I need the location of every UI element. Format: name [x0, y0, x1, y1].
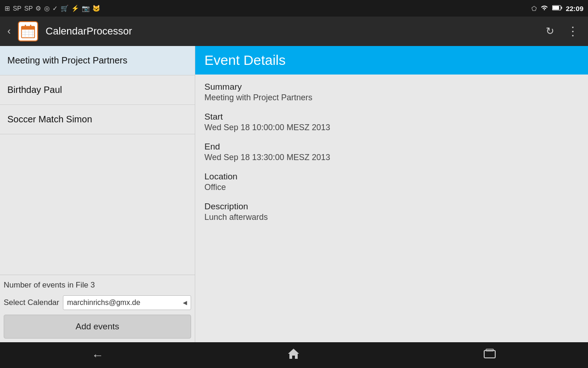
detail-value: Office [204, 183, 579, 192]
nav-recent-button[interactable] [465, 345, 514, 365]
detail-section: SummaryMeeting with Project Partners [204, 82, 579, 103]
svg-rect-1 [561, 6, 562, 9]
svg-rect-10 [25, 25, 26, 28]
detail-section: EndWed Sep 18 13:30:00 MESZ 2013 [204, 142, 579, 162]
detail-section: DescriptionLunch afterwards [204, 201, 579, 222]
event-list: Meeting with Project PartnersBirthday Pa… [0, 46, 195, 275]
wifi-icon [540, 5, 548, 12]
detail-label: Start [204, 112, 579, 122]
events-count: Number of events in File 3 [4, 281, 191, 290]
system-icon-5: ◎ [44, 5, 50, 12]
bluetooth-icon: ⬠ [531, 5, 537, 12]
svg-rect-4 [22, 26, 34, 29]
select-calendar-label: Select Calendar [4, 298, 59, 307]
detail-label: Description [204, 201, 579, 212]
bottom-section: Number of events in File 3 Select Calend… [0, 275, 195, 342]
refresh-button[interactable]: ↻ [540, 22, 560, 41]
detail-value: Lunch afterwards [204, 213, 579, 222]
event-item-label: Meeting with Project Partners [7, 55, 127, 65]
detail-value: Meeting with Project Partners [204, 93, 579, 103]
system-icon-7: 🛒 [61, 5, 68, 12]
system-icon-4: ⚙ [35, 5, 41, 12]
detail-value: Wed Sep 18 10:00:00 MESZ 2013 [204, 123, 579, 132]
svg-rect-12 [484, 351, 495, 358]
status-icons-left: ⊞ SP SP ⚙ ◎ ✓ 🛒 ⚡ 📷 🐱 [5, 5, 100, 12]
system-icon-10: 🐱 [92, 5, 100, 12]
status-bar: ⊞ SP SP ⚙ ◎ ✓ 🛒 ⚡ 📷 🐱 ⬠ 22:09 [0, 0, 588, 17]
back-button[interactable]: ‹ [4, 22, 14, 41]
event-list-item[interactable]: Soccer Match Simon [0, 105, 195, 134]
status-icons-right: ⬠ 22:09 [531, 5, 583, 12]
right-panel: Event Details SummaryMeeting with Projec… [195, 46, 588, 342]
system-icon-6: ✓ [52, 5, 58, 12]
event-details-body: SummaryMeeting with Project PartnersStar… [195, 75, 588, 237]
event-item-label: Soccer Match Simon [7, 114, 92, 124]
detail-section: LocationOffice [204, 172, 579, 192]
svg-rect-2 [553, 6, 559, 10]
detail-label: Summary [204, 82, 579, 92]
system-icon-9: 📷 [82, 5, 90, 12]
dropdown-arrow-icon: ◀ [183, 299, 187, 306]
bottom-nav: ← [0, 342, 588, 368]
event-item-label: Birthday Paul [7, 85, 62, 95]
add-events-button[interactable]: Add events [4, 315, 191, 339]
calendar-dropdown[interactable]: marchinrichs@gmx.de ◀ [63, 295, 191, 310]
calendar-email: marchinrichs@gmx.de [67, 299, 140, 307]
system-icon-8: ⚡ [71, 5, 79, 12]
detail-label: Location [204, 172, 579, 182]
app-title: CalendarProcessor [45, 25, 540, 37]
event-list-item[interactable]: Meeting with Project Partners [0, 46, 195, 75]
left-panel: Meeting with Project PartnersBirthday Pa… [0, 46, 195, 342]
nav-home-button[interactable] [269, 344, 318, 366]
detail-value: Wed Sep 18 13:30:00 MESZ 2013 [204, 153, 579, 162]
main-layout: Meeting with Project PartnersBirthday Pa… [0, 46, 588, 342]
select-calendar-row: Select Calendar marchinrichs@gmx.de ◀ [4, 295, 191, 310]
system-icon-3: SP [24, 5, 33, 12]
app-icon [18, 21, 38, 41]
battery-icon [552, 5, 562, 12]
nav-back-button[interactable]: ← [74, 345, 122, 366]
event-list-item[interactable]: Birthday Paul [0, 75, 195, 105]
app-bar: ‹ CalendarProcessor ↻ ⋮ [0, 17, 588, 46]
event-details-title: Event Details [204, 52, 286, 68]
system-icon-2: SP [13, 5, 22, 12]
more-options-button[interactable]: ⋮ [561, 21, 584, 42]
detail-section: StartWed Sep 18 10:00:00 MESZ 2013 [204, 112, 579, 132]
event-details-header: Event Details [195, 46, 588, 75]
time-display: 22:09 [566, 5, 583, 12]
app-bar-actions: ↻ ⋮ [540, 21, 584, 42]
detail-label: End [204, 142, 579, 152]
svg-rect-11 [30, 25, 32, 28]
system-icon-1: ⊞ [5, 5, 10, 12]
